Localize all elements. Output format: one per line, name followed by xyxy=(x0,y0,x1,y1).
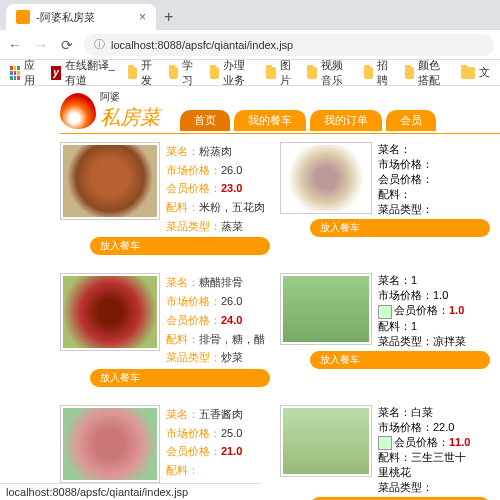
dish-image[interactable] xyxy=(280,405,372,477)
status-bar: localhost:8088/apsfc/qiantai/index.jsp xyxy=(0,483,260,500)
folder-icon xyxy=(307,67,317,79)
dish-image[interactable] xyxy=(280,142,372,214)
new-tab-button[interactable]: + xyxy=(156,4,181,30)
address-bar[interactable]: ⓘ localhost:8088/apsfc/qiantai/index.jsp xyxy=(84,34,494,56)
dish-image[interactable] xyxy=(60,142,160,220)
tab-strip: -阿婆私房菜 × + xyxy=(0,0,500,30)
folder-icon xyxy=(210,67,220,79)
add-to-cart-button[interactable]: 放入餐车 xyxy=(310,351,490,369)
bookmark-folder[interactable]: 办理业务 xyxy=(206,56,258,90)
dish-card: 菜名：1 市场价格：1.0 会员价格：1.0 配料：1 菜品类型：凉拌菜 xyxy=(280,273,490,348)
bookmark-folder[interactable]: 视频音乐 xyxy=(303,56,355,90)
youdao-icon: y xyxy=(51,66,61,80)
close-icon[interactable]: × xyxy=(139,10,146,24)
url-text: localhost:8088/apsfc/qiantai/index.jsp xyxy=(111,39,293,51)
bookmark-youdao[interactable]: y 在线翻译_有道 xyxy=(47,56,120,90)
dish-image[interactable] xyxy=(60,273,160,351)
brand-text: 私房菜 xyxy=(100,104,160,131)
brand-small: 阿婆 xyxy=(100,90,160,104)
nav-orders[interactable]: 我的订单 xyxy=(310,110,382,131)
bookmark-folder[interactable]: 开发 xyxy=(124,56,161,90)
reload-icon[interactable]: ⟳ xyxy=(58,37,76,53)
apps-button[interactable]: 应用 xyxy=(6,56,43,90)
dish-card: 菜名：白菜 市场价格：22.0 会员价格：11.0 配料：三生三世十里桃花 菜品… xyxy=(280,405,490,495)
dish-card: 菜名：糖醋排骨 市场价格：26.0 会员价格：24.0 配料：排骨，糖，醋 菜品… xyxy=(60,273,270,366)
dish-image[interactable] xyxy=(60,405,160,483)
nav-cart[interactable]: 我的餐车 xyxy=(234,110,306,131)
tab-title: -阿婆私房菜 xyxy=(36,10,95,25)
apps-icon xyxy=(10,66,20,80)
site-header: 阿婆 私房菜 首页 我的餐车 我的订单 会员 xyxy=(60,90,500,134)
folder-icon xyxy=(364,67,374,79)
add-to-cart-button[interactable]: 放入餐车 xyxy=(90,237,270,255)
dish-card: 菜名：粉蒸肉 市场价格：26.0 会员价格：23.0 配料：米粉，五花肉 菜品类… xyxy=(60,142,270,235)
page-content: 阿婆 私房菜 首页 我的餐车 我的订单 会员 菜名：粉蒸肉 市场价格：26.0 … xyxy=(0,86,500,500)
bookmark-folder[interactable]: 学习 xyxy=(165,56,202,90)
bookmarks-bar: 应用 y 在线翻译_有道 开发 学习 办理业务 图片 视频音乐 招聘 颜色搭配 … xyxy=(0,60,500,86)
folder-icon xyxy=(128,67,138,79)
browser-tab[interactable]: -阿婆私房菜 × xyxy=(6,4,156,30)
logo[interactable]: 阿婆 私房菜 xyxy=(60,90,160,131)
forward-icon[interactable]: → xyxy=(32,37,50,53)
dish-image[interactable] xyxy=(280,273,372,345)
site-info-icon[interactable]: ⓘ xyxy=(94,37,105,52)
flame-icon xyxy=(60,93,96,129)
folder-icon xyxy=(461,67,475,79)
main-nav: 首页 我的餐车 我的订单 会员 xyxy=(180,110,436,131)
folder-icon xyxy=(405,67,415,79)
add-to-cart-button[interactable]: 放入餐车 xyxy=(90,369,270,387)
folder-icon xyxy=(266,67,276,79)
bookmark-folder[interactable]: 颜色搭配 xyxy=(401,56,453,90)
back-icon[interactable]: ← xyxy=(6,37,24,53)
dish-card: 菜名： 市场价格： 会员价格： 配料： 菜品类型： xyxy=(280,142,490,217)
dish-grid: 菜名：粉蒸肉 市场价格：26.0 会员价格：23.0 配料：米粉，五花肉 菜品类… xyxy=(60,142,500,500)
nav-home[interactable]: 首页 xyxy=(180,110,230,131)
nav-member[interactable]: 会员 xyxy=(386,110,436,131)
bookmark-folder[interactable]: 图片 xyxy=(262,56,299,90)
add-to-cart-button[interactable]: 放入餐车 xyxy=(310,219,490,237)
bookmark-folder[interactable]: 招聘 xyxy=(360,56,397,90)
folder-icon xyxy=(169,67,179,79)
favicon xyxy=(16,10,30,24)
bookmark-folder[interactable]: 文 xyxy=(457,63,494,82)
